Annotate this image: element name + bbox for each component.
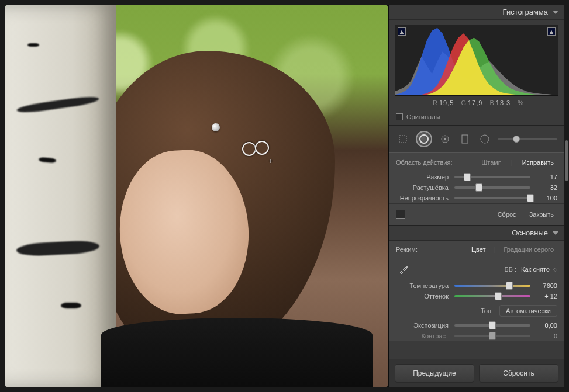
svg-rect-0: [399, 136, 406, 143]
svg-point-6: [406, 266, 408, 268]
subject-clothes: [101, 318, 373, 387]
basic-panel: Режим: Цвет | Градации серого ББ : Как с…: [389, 241, 564, 341]
white-balance-row: ББ : Как снято◇: [389, 258, 564, 280]
footer-buttons: Предыдущие Сбросить: [389, 359, 564, 387]
right-panel: Гистограмма ▲ ▲ R19,5 G17,9 B13,3 % Ориг…: [388, 5, 564, 387]
app-frame: + Гистограмма ▲ ▲ R19,5 G17,9 B13,3 % Ор…: [0, 0, 569, 392]
svg-point-5: [481, 135, 489, 143]
contrast-slider[interactable]: Контраст 0: [389, 331, 564, 341]
svg-point-3: [444, 138, 446, 140]
grad-filter-tool[interactable]: [458, 132, 472, 146]
spot-actions: Сброс Закрыть: [389, 203, 564, 225]
tone-label: Тон :: [481, 307, 495, 314]
histogram-title: Гистограмма: [503, 8, 548, 16]
basic-header[interactable]: Основные: [389, 226, 564, 241]
svg-point-1: [420, 135, 428, 143]
previous-button[interactable]: Предыдущие: [395, 364, 474, 383]
brush-size-slider[interactable]: [498, 138, 557, 140]
histogram-svg: [395, 25, 558, 95]
scrollbar[interactable]: [565, 140, 568, 181]
originals-label: Оригиналы: [406, 113, 440, 120]
spot-mode-row: Область действия: Штамп | Исправить: [389, 153, 564, 172]
basic-title: Основные: [512, 228, 548, 237]
svg-rect-4: [462, 135, 468, 143]
spot-slider-0[interactable]: Размер17: [389, 172, 564, 182]
birch-trunk: [5, 5, 116, 387]
image-viewport[interactable]: +: [5, 5, 388, 387]
photo-background: [5, 5, 388, 387]
originals-row[interactable]: Оригиналы: [389, 110, 564, 126]
temperature-slider[interactable]: Температура 7600: [389, 280, 564, 291]
histogram-chart[interactable]: ▲ ▲: [395, 25, 558, 96]
spot-heal-tool[interactable]: [416, 131, 432, 147]
chevron-down-icon: [553, 11, 558, 14]
spot-slider-1[interactable]: Растушёвка32: [389, 182, 564, 193]
redeye-tool[interactable]: [438, 132, 452, 146]
treatment-color-button[interactable]: Цвет: [468, 244, 489, 255]
spot-area-label: Область действия:: [396, 159, 452, 166]
treatment-row: Режим: Цвет | Градации серого: [389, 241, 564, 258]
wb-preset-select[interactable]: Как снято◇: [521, 266, 557, 273]
mode-heal-button[interactable]: Исправить: [519, 157, 557, 168]
treatment-label: Режим:: [396, 246, 418, 253]
exposure-slider[interactable]: Экспозиция 0,00: [389, 320, 564, 331]
originals-checkbox[interactable]: [396, 113, 403, 120]
reset-button[interactable]: Сброс: [494, 209, 520, 220]
treatment-bw-button[interactable]: Градации серого: [501, 244, 558, 255]
tool-strip: [389, 126, 564, 152]
wb-dropper-tool[interactable]: [396, 262, 411, 277]
spot-slider-2[interactable]: Непрозрачность100: [389, 193, 564, 203]
panel-toggle-switch[interactable]: [396, 210, 405, 219]
radial-filter-tool[interactable]: [478, 132, 492, 146]
rgb-readout: R19,5 G17,9 B13,3 %: [389, 98, 564, 110]
auto-tone-button[interactable]: Автоматически: [499, 305, 557, 317]
close-button[interactable]: Закрыть: [526, 209, 557, 220]
spot-removal-panel: Область действия: Штамп | Исправить Разм…: [389, 152, 564, 226]
wb-label: ББ :: [504, 266, 516, 273]
chevron-down-icon: [553, 231, 558, 235]
mode-clone-button[interactable]: Штамп: [478, 157, 505, 168]
tint-slider[interactable]: Оттенок + 12: [389, 291, 564, 301]
crop-tool[interactable]: [396, 132, 410, 146]
histogram-header[interactable]: Гистограмма: [389, 5, 564, 20]
reset-all-button[interactable]: Сбросить: [479, 364, 558, 383]
tone-row: Тон : Автоматически: [389, 301, 564, 320]
